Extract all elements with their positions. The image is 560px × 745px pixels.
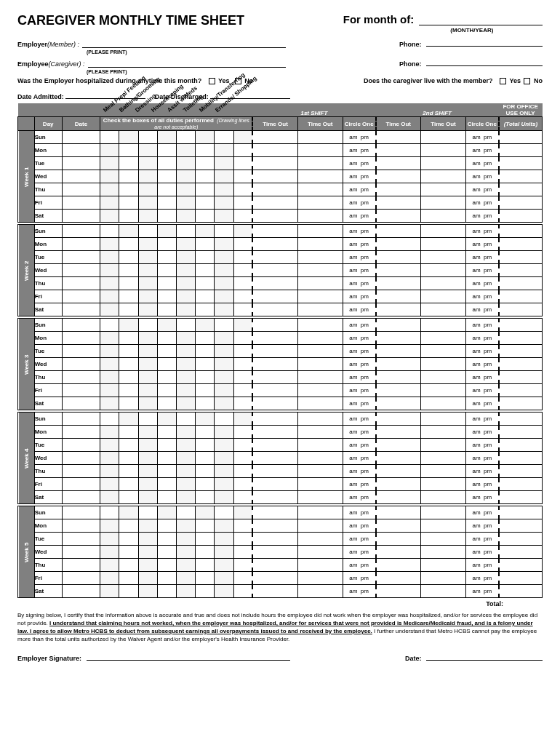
date-input[interactable] [62, 131, 100, 144]
duty-checkbox[interactable] [138, 465, 157, 478]
time-out-input[interactable] [252, 397, 297, 410]
duty-checkbox[interactable] [177, 319, 196, 332]
ampm-circle[interactable]: am pm [343, 546, 375, 559]
time-out-input[interactable] [421, 332, 466, 345]
duty-checkbox[interactable] [100, 225, 119, 238]
time-out-input[interactable] [297, 384, 343, 397]
duty-checkbox[interactable] [119, 491, 138, 504]
duty-checkbox[interactable] [138, 585, 157, 598]
duty-checkbox[interactable] [119, 277, 138, 290]
duty-checkbox[interactable] [119, 426, 138, 439]
duty-checkbox[interactable] [100, 238, 119, 251]
duty-checkbox[interactable] [196, 519, 215, 533]
duty-checkbox[interactable] [119, 210, 138, 223]
duty-checkbox[interactable] [100, 319, 119, 332]
ampm-circle[interactable]: am pm [343, 452, 375, 465]
time-out-input[interactable] [252, 345, 297, 358]
ampm-circle[interactable]: am pm [465, 144, 498, 157]
duty-checkbox[interactable] [100, 290, 119, 303]
date-input[interactable] [62, 277, 100, 290]
duty-checkbox[interactable] [196, 465, 215, 478]
time-out-input[interactable] [297, 131, 343, 144]
duty-checkbox[interactable] [233, 131, 252, 144]
date-input[interactable] [62, 465, 100, 478]
ampm-circle[interactable]: am pm [465, 452, 498, 465]
ampm-circle[interactable]: am pm [465, 251, 498, 264]
ampm-circle[interactable]: am pm [343, 319, 375, 332]
duty-checkbox[interactable] [215, 303, 233, 316]
duty-checkbox[interactable] [196, 196, 215, 210]
duty-checkbox[interactable] [233, 585, 252, 598]
duty-checkbox[interactable] [138, 384, 157, 397]
ampm-circle[interactable]: am pm [465, 170, 498, 183]
duty-checkbox[interactable] [157, 519, 176, 533]
duty-checkbox[interactable] [157, 585, 176, 598]
duty-checkbox[interactable] [100, 546, 119, 559]
time-out-input[interactable] [297, 397, 343, 410]
duty-checkbox[interactable] [100, 384, 119, 397]
time-out-input[interactable] [297, 183, 343, 196]
duty-checkbox[interactable] [233, 290, 252, 303]
duty-checkbox[interactable] [100, 345, 119, 358]
duty-checkbox[interactable] [177, 196, 196, 210]
time-out-input[interactable] [376, 225, 421, 238]
ampm-circle[interactable]: am pm [343, 491, 375, 504]
time-out-input[interactable] [252, 170, 297, 183]
date-input[interactable] [62, 196, 100, 210]
ampm-circle[interactable]: am pm [465, 290, 498, 303]
duty-checkbox[interactable] [157, 452, 176, 465]
duty-checkbox[interactable] [119, 332, 138, 345]
duty-checkbox[interactable] [100, 572, 119, 585]
duty-checkbox[interactable] [215, 371, 233, 384]
duty-checkbox[interactable] [138, 413, 157, 426]
employee-input[interactable] [88, 59, 286, 68]
time-out-input[interactable] [252, 303, 297, 316]
date-input[interactable] [62, 491, 100, 504]
duty-checkbox[interactable] [196, 170, 215, 183]
duty-checkbox[interactable] [157, 358, 176, 371]
duty-checkbox[interactable] [138, 358, 157, 371]
time-out-input[interactable] [297, 157, 343, 170]
duty-checkbox[interactable] [119, 546, 138, 559]
time-out-input[interactable] [421, 358, 466, 371]
duty-checkbox[interactable] [138, 478, 157, 491]
live-no-checkbox[interactable] [524, 78, 530, 84]
duty-checkbox[interactable] [157, 251, 176, 264]
duty-checkbox[interactable] [100, 210, 119, 223]
date-input[interactable] [62, 397, 100, 410]
duty-checkbox[interactable] [196, 290, 215, 303]
duty-checkbox[interactable] [100, 506, 119, 519]
time-out-input[interactable] [421, 345, 466, 358]
duty-checkbox[interactable] [138, 319, 157, 332]
duty-checkbox[interactable] [215, 478, 233, 491]
duty-checkbox[interactable] [196, 506, 215, 519]
time-out-input[interactable] [421, 397, 466, 410]
time-out-input[interactable] [421, 478, 466, 491]
date-input[interactable] [62, 251, 100, 264]
time-out-input[interactable] [252, 452, 297, 465]
duty-checkbox[interactable] [177, 413, 196, 426]
ampm-circle[interactable]: am pm [465, 559, 498, 572]
ampm-circle[interactable]: am pm [465, 238, 498, 251]
duty-checkbox[interactable] [233, 572, 252, 585]
duty-checkbox[interactable] [196, 225, 215, 238]
duty-checkbox[interactable] [196, 546, 215, 559]
duty-checkbox[interactable] [100, 170, 119, 183]
duty-checkbox[interactable] [138, 397, 157, 410]
ampm-circle[interactable]: am pm [465, 358, 498, 371]
time-out-input[interactable] [376, 491, 421, 504]
time-out-input[interactable] [297, 546, 343, 559]
time-out-input[interactable] [252, 290, 297, 303]
duty-checkbox[interactable] [138, 238, 157, 251]
duty-checkbox[interactable] [157, 506, 176, 519]
date-input[interactable] [62, 303, 100, 316]
duty-checkbox[interactable] [157, 478, 176, 491]
duty-checkbox[interactable] [215, 397, 233, 410]
duty-checkbox[interactable] [233, 251, 252, 264]
ampm-circle[interactable]: am pm [343, 210, 375, 223]
time-out-input[interactable] [421, 585, 466, 598]
ampm-circle[interactable]: am pm [343, 384, 375, 397]
duty-checkbox[interactable] [100, 559, 119, 572]
ampm-circle[interactable]: am pm [343, 397, 375, 410]
duty-checkbox[interactable] [119, 572, 138, 585]
